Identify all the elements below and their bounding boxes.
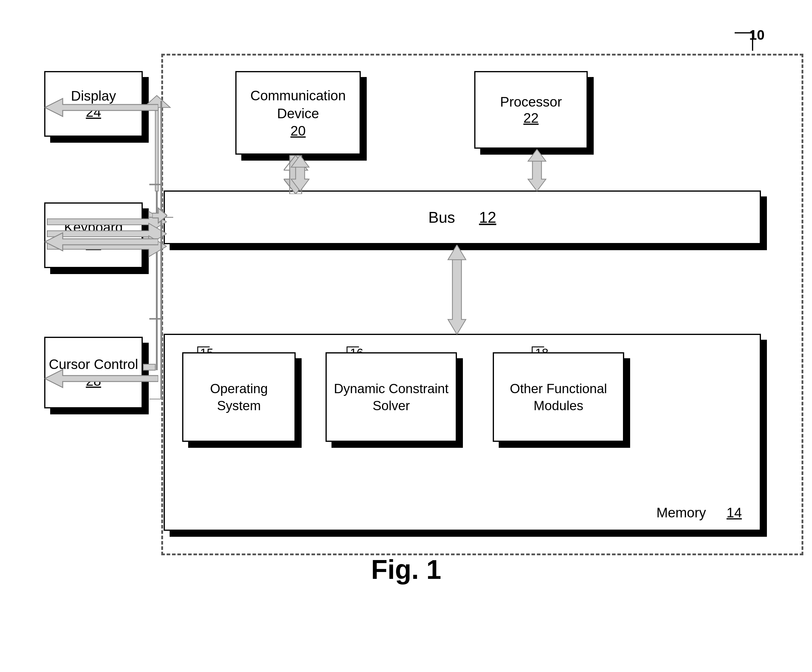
dcs-box: Dynamic ConstraintSolver: [326, 352, 457, 442]
processor-box: Processor 22: [474, 71, 588, 149]
diagram-container: 10 Display 24 Keyboard 26 Cursor Control…: [24, 24, 788, 591]
svg-marker-23: [152, 208, 167, 223]
dcs-bracket-icon: [344, 344, 368, 356]
bus-label: Bus: [428, 208, 455, 226]
os-box: OperatingSystem: [182, 352, 296, 442]
bus-memory-double-arrow: [436, 245, 478, 334]
bus-box: Bus 12: [164, 191, 761, 244]
processor-label: Processor: [500, 94, 562, 110]
memory-label: Memory: [657, 505, 706, 521]
os-label: OperatingSystem: [210, 380, 268, 414]
comm-device-box: CommunicationDevice 20: [235, 71, 361, 155]
ofm-label: Other FunctionalModules: [510, 380, 607, 414]
os-bracket-icon: [195, 344, 218, 356]
dcs-label: Dynamic ConstraintSolver: [334, 380, 449, 414]
memory-box: Memory 14 OperatingSystem 15 Dynamic Con…: [164, 334, 761, 531]
svg-marker-5: [528, 161, 546, 191]
processor-bus-double-arrow: [516, 149, 558, 191]
bus-right-connector-arrow: [152, 207, 167, 225]
comm-ref: 20: [290, 123, 305, 139]
comm-label: CommunicationDevice: [250, 87, 346, 123]
memory-ref: 14: [727, 505, 742, 521]
ofm-bracket-icon: [529, 344, 553, 356]
svg-marker-3: [291, 167, 309, 191]
cursor-control-arrow: [45, 368, 158, 389]
display-arrow: [45, 97, 158, 118]
keyboard-arrow: [45, 231, 158, 252]
svg-marker-16: [45, 233, 158, 251]
comm-bus-double-arrow: [279, 155, 321, 191]
fig-label: Fig. 1: [371, 555, 441, 585]
svg-marker-15: [45, 99, 158, 116]
ofm-box: Other FunctionalModules: [493, 352, 624, 442]
bus-ref: 12: [479, 208, 496, 226]
svg-marker-7: [448, 260, 466, 334]
processor-ref: 22: [523, 110, 539, 126]
bracket-10-icon: [729, 30, 759, 54]
svg-marker-17: [45, 369, 158, 388]
